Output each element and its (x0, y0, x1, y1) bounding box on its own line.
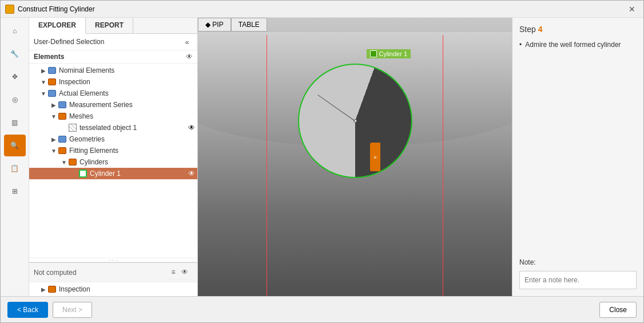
tree-item-label: Measurement Series (69, 101, 133, 109)
eye-filter-icon[interactable]: 👁 (179, 266, 190, 278)
tree-arrow (50, 112, 58, 120)
tree-arrow (39, 285, 47, 293)
tree-arrow (39, 78, 47, 86)
tree-arrow (50, 135, 58, 143)
tree-arrow (70, 170, 78, 178)
tree-item-tesselated[interactable]: tesselated object 1 👁 (29, 122, 197, 133)
tree-item-actual-elements[interactable]: Actual Elements (29, 88, 197, 99)
step-header: Step 4 (519, 25, 637, 34)
not-computed-label: Not computed (34, 269, 77, 277)
collapse-left-button[interactable]: « (181, 36, 193, 48)
folder-orange-icon (58, 112, 67, 121)
tree-item-label: Inspection (59, 285, 90, 293)
tree-item-label: tesselated object 1 (79, 124, 137, 132)
user-defined-label: User-Defined Selection (34, 38, 104, 46)
collapse-right-button[interactable]: « (370, 143, 380, 171)
tree-arrow (39, 89, 47, 97)
tree-area: Nominal Elements Inspection Actual Eleme… (29, 64, 197, 258)
cylinder-label-text: Cylinder 1 (379, 50, 408, 57)
elements-label: Elements (34, 53, 64, 61)
red-line-left (267, 35, 267, 296)
tree-item-inspection[interactable]: Inspection (29, 76, 197, 88)
tree-item-label: Cylinder 1 (90, 170, 121, 178)
folder-orange-icon (68, 157, 77, 167)
filter-bar: ≡ 👁 (165, 265, 193, 279)
red-line-right (443, 35, 443, 296)
main-content: ⌂ 🔧 ✥ ◎ ▥ 🔍 📋 ⊞ EXPLORER REPORT User-Def… (1, 18, 643, 296)
cylinder-label: Cylinder 1 (367, 49, 411, 58)
bottom-tree: Inspection (29, 282, 197, 296)
cylinder-line (317, 94, 355, 121)
tab-bar: EXPLORER REPORT (29, 18, 197, 34)
step-number: 4 (538, 25, 543, 34)
right-panel: Step 4 • Admire the well formed cylinder… (512, 18, 643, 296)
tree-item-geometries[interactable]: Geometries (29, 133, 197, 145)
step-text: Step (519, 25, 536, 34)
folder-blue-icon (47, 66, 57, 75)
left-panel: EXPLORER REPORT User-Defined Selection «… (29, 18, 198, 296)
tree-item-cylinder1[interactable]: Cylinder 1 👁 (29, 168, 197, 179)
elements-eye-icon[interactable]: 👁 (186, 53, 193, 61)
bullet-text: Admire the well formed cylinder (525, 41, 621, 49)
title-bar: Construct Fitting Cylinder ✕ (1, 1, 643, 18)
tab-explorer[interactable]: EXPLORER (29, 18, 86, 34)
tree-arrow (60, 158, 68, 166)
tree-item-fitting-elements[interactable]: Fitting Elements (29, 145, 197, 156)
tree-item-cylinders[interactable]: Cylinders (29, 156, 197, 168)
bullet-point: • Admire the well formed cylinder (519, 41, 637, 49)
window-title: Construct Fitting Cylinder (18, 5, 625, 13)
folder-blue-icon (58, 100, 67, 109)
sidebar-clipboard-button[interactable]: 📋 (4, 157, 26, 179)
elements-header: Elements 👁 (29, 50, 197, 64)
pip-button[interactable]: ◆ ◆ PIPPIP (198, 18, 231, 31)
bullet-symbol: • (519, 41, 522, 49)
sidebar-globe-button[interactable]: ◎ (4, 89, 26, 111)
tree-item-inspection-bottom[interactable]: Inspection (29, 283, 197, 295)
close-window-button[interactable]: ✕ (625, 2, 639, 16)
sidebar-move-button[interactable]: ✥ (4, 66, 26, 88)
toolbar-right: « (181, 36, 193, 48)
tree-item-label: Fitting Elements (69, 147, 118, 155)
sidebar-grid-button[interactable]: ⊞ (4, 180, 26, 202)
folder-orange-icon (47, 285, 57, 294)
tesselated-eye-icon[interactable]: 👁 (188, 124, 195, 132)
folder-orange-icon (47, 77, 57, 86)
tree-item-measurement-series[interactable]: Measurement Series (29, 99, 197, 111)
sidebar-search-button[interactable]: 🔍 (4, 135, 26, 156)
sidebar-icons: ⌂ 🔧 ✥ ◎ ▥ 🔍 📋 ⊞ (1, 18, 29, 296)
tree-item-meshes[interactable]: Meshes (29, 111, 197, 122)
viewport-tabs: ◆ ◆ PIPPIP TABLE (198, 18, 267, 31)
tree-item-label: Nominal Elements (59, 66, 114, 74)
tree-arrow (60, 124, 68, 132)
tree-arrow (39, 66, 47, 74)
bottom-panel-header: Not computed ≡ 👁 (29, 263, 197, 282)
main-window: Construct Fitting Cylinder ✕ ⌂ 🔧 ✥ ◎ ▥ 🔍… (0, 0, 644, 323)
sidebar-ruler-button[interactable]: ▥ (4, 112, 26, 133)
tree-item-label: Meshes (69, 112, 93, 120)
note-input[interactable] (519, 271, 637, 289)
back-button[interactable]: < Back (7, 302, 48, 318)
bottom-bar: < Back Next > Close (1, 296, 643, 322)
sidebar-home-button[interactable]: ⌂ (4, 20, 26, 42)
tree-arrow (50, 147, 58, 155)
tree-item-label: Geometries (69, 135, 105, 143)
tab-report[interactable]: REPORT (86, 18, 133, 33)
tree-item-label: Inspection (59, 78, 90, 86)
next-button[interactable]: Next > (53, 302, 92, 318)
cylinder-visual (298, 64, 412, 178)
close-dialog-button[interactable]: Close (599, 302, 637, 318)
bottom-panel: Not computed ≡ 👁 Inspection (29, 262, 197, 296)
panel-toolbar: User-Defined Selection « (29, 34, 197, 50)
tree-item-label: Cylinders (79, 158, 108, 166)
tree-arrow (50, 101, 58, 109)
panel-divider[interactable]: · · · (29, 258, 197, 262)
tree-item-nominal-elements[interactable]: Nominal Elements (29, 65, 197, 76)
cylinder-circle (298, 64, 412, 178)
sidebar-wrench-button[interactable]: 🔧 (4, 43, 26, 65)
folder-blue-icon (58, 135, 67, 144)
note-label: Note: (519, 258, 637, 266)
tree-item-label: Actual Elements (59, 89, 109, 97)
cylinder1-eye-icon[interactable]: 👁 (188, 170, 195, 178)
filter-button[interactable]: ≡ (168, 266, 179, 278)
table-button[interactable]: TABLE (231, 18, 267, 31)
